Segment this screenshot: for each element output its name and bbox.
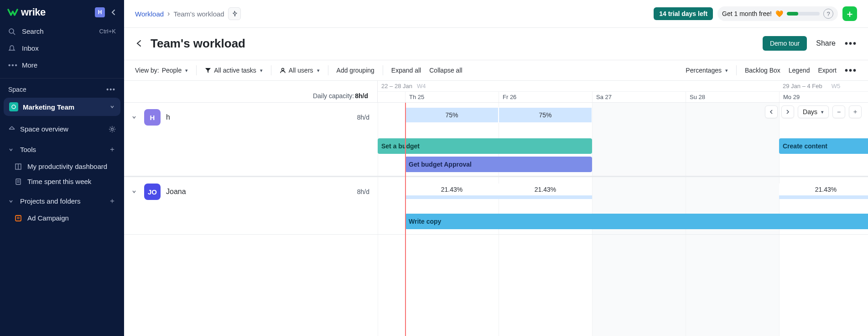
nav-search-kbd: Ctrl+K (99, 28, 116, 35)
zoom-in-button[interactable]: ＋ (849, 105, 862, 118)
chevron-down-icon: ▾ (317, 68, 320, 74)
space-actions-icon[interactable]: ••• (106, 86, 116, 93)
nav-tool-dashboard[interactable]: My productivity dashboard (0, 159, 124, 174)
search-icon (8, 28, 16, 35)
page-title: Team's workload (151, 37, 245, 51)
plus-icon[interactable]: ＋ (109, 196, 116, 206)
percentages-label: Percentages (686, 67, 722, 74)
svg-rect-6 (16, 179, 21, 184)
collapse-person-icon[interactable] (131, 189, 138, 194)
timeline: Daily capacity: 8h/d 22 – 28 Jan W4 29 J… (124, 81, 868, 336)
workload-cell[interactable]: 21.43% (499, 184, 592, 195)
backlog-box-button[interactable]: Backlog Box (745, 65, 780, 76)
nav-search-label: Search (22, 27, 44, 35)
toolbar: View by: People ▾ All active tasks ▾ All… (124, 60, 868, 81)
chevron-down-icon (8, 147, 16, 152)
pin-button[interactable] (228, 7, 241, 20)
viewby-value: People (162, 67, 182, 74)
demo-tour-button[interactable]: Demo tour (763, 36, 807, 51)
nav-space-overview-label: Space overview (20, 125, 68, 133)
person-daily: 8h/d (357, 188, 369, 195)
nav-inbox-label: Inbox (22, 44, 39, 52)
pin-icon (231, 10, 238, 17)
person-daily: 8h/d (357, 114, 369, 121)
logo[interactable]: wrike (7, 6, 46, 18)
chevron-down-icon (109, 104, 115, 110)
chevron-down-icon: ▾ (821, 109, 824, 115)
collapse-all-button[interactable]: Collapse all (429, 65, 462, 76)
nav-search[interactable]: Search Ctrl+K (0, 23, 124, 40)
day-fr26: Fr 26 (499, 92, 592, 102)
add-button[interactable]: ＋ (842, 6, 857, 21)
brand-text: wrike (21, 6, 46, 18)
task-write-copy[interactable]: Write copy (405, 214, 868, 229)
person-row-h: H h 8h/d 75% 75% Set a budget Get budget… (124, 103, 868, 177)
workload-cell[interactable]: 21.43% (405, 184, 499, 195)
dots-icon: ••• (8, 61, 16, 69)
prev-period-button[interactable] (765, 105, 778, 118)
month-free-banner[interactable]: Get 1 month free! 🧡 ? (717, 6, 838, 21)
next-period-button[interactable] (781, 105, 794, 118)
workload-cell[interactable]: 21.43% (779, 184, 868, 195)
users-label: All users (289, 67, 313, 74)
nav-tool-time[interactable]: Time spent this week (0, 174, 124, 189)
clipboard-icon (15, 178, 23, 185)
share-button[interactable]: Share (816, 39, 836, 47)
export-button[interactable]: Export (818, 65, 837, 76)
day-sa27: Sa 27 (592, 92, 686, 102)
workload-cell[interactable]: 75% (405, 107, 499, 123)
toolbar-more-icon[interactable]: ••• (845, 65, 857, 76)
filter-icon (205, 67, 211, 74)
bell-icon (8, 45, 16, 52)
day-mo29: Mo 29 (779, 92, 868, 102)
trial-badge[interactable]: 14 trial days left (654, 7, 713, 20)
nav-space-overview[interactable]: Space overview (0, 121, 124, 137)
collapse-person-icon[interactable] (131, 115, 138, 120)
space-name: Marketing Team (23, 103, 74, 111)
space-selector[interactable]: Marketing Team (4, 98, 120, 116)
svg-point-2 (12, 105, 16, 109)
person-name: h (166, 113, 170, 121)
collapse-sidebar-icon[interactable] (110, 9, 117, 16)
filter-selector[interactable]: All active tasks ▾ (205, 65, 263, 76)
week2-range: 29 Jan – 4 Feb (783, 83, 822, 89)
task-set-budget[interactable]: Set a budget (378, 138, 592, 154)
percentages-selector[interactable]: Percentages ▾ (686, 65, 728, 76)
help-icon[interactable]: ? (823, 9, 833, 19)
expand-all-label: Expand all (391, 67, 421, 74)
zoom-out-button[interactable]: − (832, 105, 845, 118)
more-actions-icon[interactable]: ••• (845, 38, 857, 49)
zoom-selector[interactable]: Days▾ (798, 105, 829, 118)
user-icon (280, 67, 286, 74)
svg-line-1 (13, 33, 15, 35)
viewby-selector[interactable]: View by: People ▾ (135, 65, 188, 76)
user-avatar[interactable]: H (95, 7, 105, 17)
sidebar: wrike H Search Ctrl+K Inbox ••• More Spa… (0, 0, 124, 336)
add-grouping-button[interactable]: Add grouping (337, 65, 374, 76)
breadcrumb-root[interactable]: Workload (135, 10, 164, 18)
week1-num: W4 (417, 83, 426, 89)
task-create-content[interactable]: Create content (779, 138, 868, 154)
plus-icon[interactable]: ＋ (109, 145, 116, 154)
nav-tools[interactable]: Tools ＋ (0, 140, 124, 159)
nav-more[interactable]: ••• More (0, 57, 124, 74)
nav-inbox[interactable]: Inbox (0, 40, 124, 57)
dashboard-icon (15, 163, 23, 170)
expand-all-button[interactable]: Expand all (391, 65, 421, 76)
chevron-down-icon: ▾ (725, 68, 728, 74)
nav-project-label: Ad Campaign (27, 214, 69, 222)
nav-project-adcampaign[interactable]: Ad Campaign (0, 210, 124, 226)
workload-cell[interactable]: 75% (499, 107, 592, 123)
viewby-label: View by: (135, 67, 159, 74)
legend-button[interactable]: Legend (789, 65, 810, 76)
legend-label: Legend (789, 67, 810, 74)
gear-icon[interactable] (109, 126, 116, 133)
collapse-all-label: Collapse all (429, 67, 462, 74)
back-button[interactable] (135, 39, 143, 47)
backlog-box-label: Backlog Box (745, 67, 780, 74)
chevron-down-icon: ▾ (185, 68, 188, 74)
svg-rect-9 (16, 215, 21, 221)
users-selector[interactable]: All users ▾ (280, 65, 320, 76)
task-budget-approval[interactable]: Get budget Approval (405, 157, 592, 172)
nav-projects[interactable]: Projects and folders ＋ (0, 192, 124, 210)
